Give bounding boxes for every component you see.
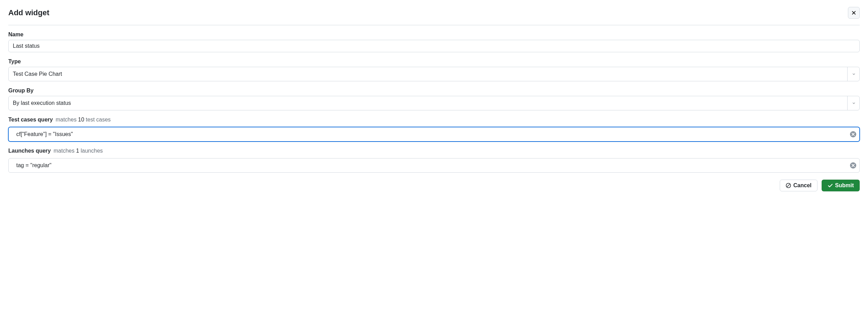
dialog-footer: Cancel Submit — [8, 180, 860, 191]
check-icon — [828, 183, 833, 188]
close-icon — [851, 10, 857, 16]
name-input[interactable] — [8, 40, 860, 52]
cancel-label: Cancel — [793, 182, 811, 189]
svg-line-1 — [787, 184, 790, 187]
close-button[interactable] — [848, 7, 860, 19]
groupby-field-group: Group By By last execution status — [8, 88, 860, 110]
type-field-group: Type Test Case Pie Chart — [8, 58, 860, 81]
testcases-query-hint: matches 10 test cases — [56, 117, 111, 123]
launches-query-group: Launches query matches 1 launches — [8, 148, 860, 173]
testcases-query-input[interactable] — [8, 127, 860, 142]
dialog-header: Add widget — [8, 7, 860, 25]
submit-button[interactable]: Submit — [822, 180, 860, 191]
clear-icon — [851, 133, 855, 136]
launches-clear-button[interactable] — [850, 162, 856, 169]
type-label: Type — [8, 58, 860, 65]
cancel-icon — [786, 183, 791, 188]
name-field-group: Name — [8, 31, 860, 52]
testcases-query-group: Test cases query matches 10 test cases — [8, 117, 860, 142]
groupby-label: Group By — [8, 88, 860, 94]
cancel-button[interactable]: Cancel — [780, 180, 817, 191]
testcases-clear-button[interactable] — [850, 131, 856, 137]
name-label: Name — [8, 31, 860, 38]
launches-query-hint: matches 1 launches — [54, 148, 103, 154]
clear-icon — [851, 164, 855, 167]
groupby-select[interactable]: By last execution status — [8, 96, 860, 110]
launches-query-label: Launches query — [8, 148, 51, 154]
testcases-query-label: Test cases query — [8, 117, 53, 123]
type-select[interactable]: Test Case Pie Chart — [8, 67, 860, 81]
groupby-select-value: By last execution status — [8, 96, 860, 110]
dialog-title: Add widget — [8, 8, 49, 17]
submit-label: Submit — [835, 182, 854, 189]
type-select-value: Test Case Pie Chart — [8, 67, 860, 81]
launches-query-input[interactable] — [8, 158, 860, 173]
